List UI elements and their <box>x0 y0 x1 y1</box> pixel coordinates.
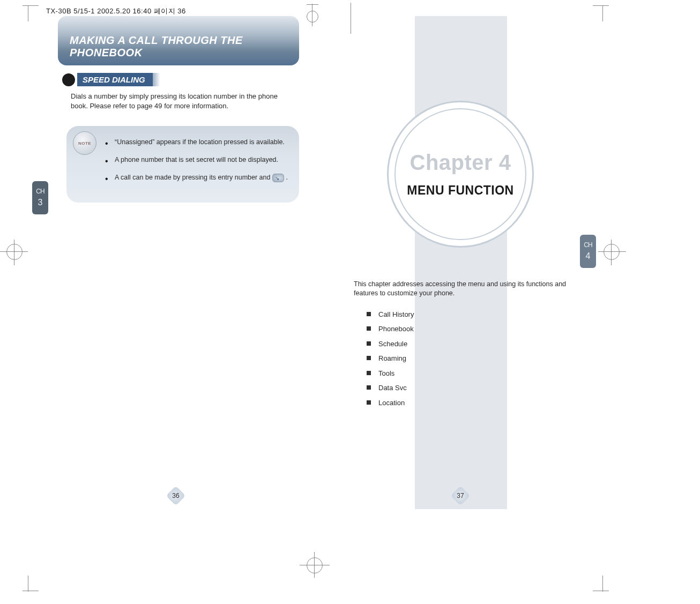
chapter-circle-inner: Chapter 4 MENU FUNCTION <box>394 108 526 240</box>
chapter-title: Chapter 4 <box>410 151 511 175</box>
registration-mark-top <box>307 11 318 23</box>
page-number-value: 36 <box>172 492 179 499</box>
subheading-row: SPEED DIALING <box>58 73 299 86</box>
page-number-left: 36 <box>169 489 183 503</box>
crop-mark-bottom-right <box>584 573 609 598</box>
document-header-meta: TX-30B 5/15-1 2002.5.20 16:40 페이지 36 <box>46 6 186 16</box>
feature-item: Phonebook <box>367 324 574 334</box>
page-title: MAKING A CALL THROUGH THE PHONEBOOK <box>70 34 289 59</box>
registration-mark-right <box>611 240 612 265</box>
chapter-tab-right: CH 4 <box>580 235 596 268</box>
crop-mark-top-right <box>584 0 609 25</box>
registration-mark-bottom <box>307 557 323 573</box>
page-number-value: 37 <box>457 492 464 499</box>
registration-mark-left <box>14 240 14 265</box>
chapter-intro-text: This chapter addresses accessing the men… <box>354 280 574 298</box>
note-item-text: A call can be made by pressing its entry… <box>115 174 272 181</box>
crop-mark-bottom-left <box>23 573 47 598</box>
note-icon-label: NOTE <box>78 141 91 146</box>
body-text: Dials a number by simply pressing its lo… <box>71 92 296 111</box>
registration-mark-right <box>604 244 620 260</box>
right-page-background <box>415 16 507 509</box>
registration-mark-top <box>307 4 318 5</box>
feature-item: Data Svc <box>367 383 574 393</box>
bullet-dot-icon <box>62 73 75 86</box>
subheading-label: SPEED DIALING <box>77 73 153 86</box>
note-box: NOTE “Unassigned” appears if the locatio… <box>66 126 299 203</box>
note-item: A call can be made by pressing its entry… <box>105 173 288 182</box>
note-icon: NOTE <box>73 131 96 155</box>
registration-mark-right <box>598 251 626 252</box>
note-item-text: . <box>286 174 287 181</box>
page-title-banner: MAKING A CALL THROUGH THE PHONEBOOK <box>58 16 299 65</box>
features-list: Call History Phonebook Schedule Roaming … <box>367 310 574 408</box>
section-title: MENU FUNCTION <box>407 183 513 198</box>
feature-item: Roaming <box>367 354 574 363</box>
feature-item: Call History <box>367 310 574 319</box>
note-item: A phone number that is set secret will n… <box>105 155 288 165</box>
registration-mark-bottom <box>314 552 315 578</box>
registration-mark-bottom <box>300 565 330 565</box>
left-page: MAKING A CALL THROUGH THE PHONEBOOK SPEE… <box>58 16 299 203</box>
registration-mark-left <box>6 244 23 260</box>
right-page-body: This chapter addresses accessing the men… <box>354 280 574 413</box>
page-number-right: 37 <box>453 489 467 503</box>
chapter-tab-label: CH <box>36 188 44 195</box>
chapter-tab-left: CH 3 <box>32 181 48 214</box>
send-key-icon <box>272 174 284 182</box>
crop-mark <box>351 3 351 34</box>
feature-item: Tools <box>367 369 574 378</box>
chapter-tab-number: 4 <box>586 251 591 261</box>
crop-mark-top-left <box>23 0 47 25</box>
note-item: “Unassigned” appears if the location pre… <box>105 138 288 147</box>
chapter-tab-number: 3 <box>38 198 43 207</box>
chapter-tab-label: CH <box>584 242 592 248</box>
feature-item: Location <box>367 398 574 408</box>
note-list: “Unassigned” appears if the location pre… <box>105 138 288 182</box>
feature-item: Schedule <box>367 339 574 349</box>
